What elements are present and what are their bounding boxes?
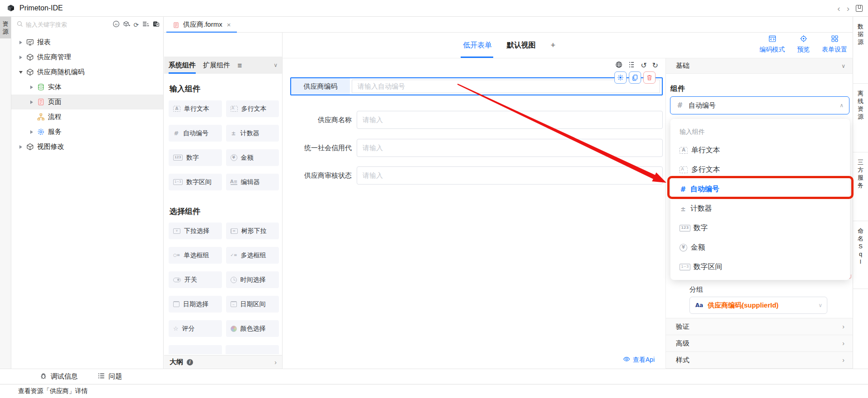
inspector-section-style[interactable]: 样式 › — [666, 351, 853, 369]
dropdown-option[interactable]: 单行文本 — [670, 141, 850, 160]
new-resource-icon[interactable] — [123, 20, 130, 29]
expander-icon[interactable] — [19, 70, 23, 75]
palette-item[interactable]: 编辑器 — [226, 174, 279, 190]
dropdown-option-auto-number[interactable]: 自动编号 — [670, 180, 850, 199]
switch-icon — [173, 278, 181, 282]
field-settings-button[interactable] — [614, 71, 627, 84]
section-label: 基础 — [676, 62, 689, 70]
nav-forward-icon[interactable]: › — [847, 4, 849, 13]
dropdown-option[interactable]: 数字区间 — [670, 257, 850, 277]
form-settings-label: 表单设置 — [822, 46, 847, 54]
inspector-section-basic[interactable]: 基础 ∨ — [666, 58, 853, 74]
palette-item[interactable]: 下拉选择 — [169, 223, 222, 239]
palette-tab-system[interactable]: 系统组件 — [169, 57, 196, 74]
expander-icon[interactable] — [19, 55, 23, 60]
collapse-list-icon[interactable] — [142, 20, 149, 29]
rail-tab-named-sql[interactable]: 命 名 S q l — [853, 221, 868, 289]
tree-item-view-modify[interactable]: 视图修改 — [11, 139, 163, 154]
rail-tab-offline-resources[interactable]: 离 线 资 源 — [853, 84, 868, 152]
palette-item[interactable]: 数字 — [169, 149, 222, 166]
tree-item-reports[interactable]: 报表 — [11, 35, 163, 50]
redo-icon[interactable]: ↻ — [652, 62, 658, 69]
add-view-button[interactable]: + — [551, 41, 556, 50]
view-api-link[interactable]: 查看Api — [623, 355, 655, 364]
inspector-section-validation[interactable]: 验证 › — [666, 318, 853, 335]
tree-item-flow[interactable]: 流程 — [11, 109, 163, 124]
palette-item[interactable]: 颜色选择 — [226, 320, 279, 337]
save-icon[interactable] — [856, 5, 863, 12]
expander-icon[interactable] — [29, 130, 34, 134]
palette-tab-extended[interactable]: 扩展组件 — [203, 57, 230, 74]
search-input[interactable] — [26, 21, 110, 28]
field-copy-button[interactable] — [629, 71, 641, 84]
form-canvas[interactable]: ↺ ↻ 供应商编码 请输入自动编号 供应商名称 请输入 统一社会信用代 请输入 … — [283, 58, 666, 369]
preview-button[interactable]: 预览 — [797, 35, 810, 54]
expander-icon[interactable] — [29, 100, 34, 104]
form-field-supplier-code[interactable]: 供应商编码 请输入自动编号 — [290, 77, 663, 95]
editor-tab-supplier-formx[interactable]: 供应商.formx × — [166, 17, 237, 33]
dropdown-option[interactable]: 数字 — [670, 218, 850, 238]
rail-tab-datasource[interactable]: 数 据 源 — [853, 17, 868, 84]
rail-tab-resources[interactable]: 资 源 — [0, 17, 11, 38]
group-select[interactable]: 供应商编码(supplierId) ∨ — [689, 297, 827, 314]
bottom-panel-bar: 调试信息 问题 — [0, 369, 868, 384]
tree-item-supplier-random-code[interactable]: 供应商随机编码 — [11, 65, 163, 80]
chevron-down-icon[interactable]: ∨ — [274, 62, 278, 68]
palette-item[interactable]: 单选框组 — [169, 247, 222, 264]
refresh-icon[interactable]: ⟳ — [133, 22, 139, 28]
problems-tab[interactable]: 问题 — [98, 372, 122, 381]
tree-item-supplier-mgmt[interactable]: 供应商管理 — [11, 50, 163, 65]
palette-item[interactable]: 日期区间 — [226, 296, 279, 313]
outline-tree-icon[interactable] — [628, 61, 635, 70]
palette-item[interactable]: 自动编号 — [169, 125, 222, 142]
counter-icon — [231, 131, 237, 136]
view-tab-lowcode-form[interactable]: 低开表单 — [463, 41, 492, 50]
field-delete-button[interactable] — [643, 71, 656, 84]
palette-item[interactable]: 金额 — [226, 149, 279, 166]
tree-item-pages[interactable]: 页面 — [11, 95, 163, 109]
form-field-audit-status[interactable]: 供应商审核状态 请输入 — [290, 166, 663, 185]
palette-item[interactable]: 评分 — [169, 320, 222, 337]
component-select[interactable]: 自动编号 ∧ — [670, 96, 849, 114]
form-field-supplier-name[interactable]: 供应商名称 请输入 — [290, 111, 663, 129]
view-tab-default-view[interactable]: 默认视图 — [507, 41, 536, 50]
palette-item[interactable]: 开关 — [169, 271, 222, 288]
palette-item[interactable]: 日期选择 — [169, 296, 222, 313]
locale-docs-icon[interactable] — [152, 20, 160, 29]
field-input[interactable]: 请输入自动编号 — [352, 80, 660, 93]
debug-info-tab[interactable]: 调试信息 — [40, 372, 78, 381]
palette-item[interactable]: 数字区间 — [169, 174, 222, 190]
close-icon[interactable]: × — [227, 21, 231, 28]
rail-tab-third-party-services[interactable]: 三 方 服 务 — [853, 152, 868, 221]
palette-item[interactable]: 单行文本 — [169, 100, 222, 117]
dropdown-option[interactable]: 计数器 — [670, 199, 850, 218]
nav-back-icon[interactable]: ‹ — [837, 4, 840, 13]
undo-icon[interactable]: ↺ — [641, 62, 646, 69]
palette-item[interactable]: 树形下拉 — [226, 223, 279, 239]
active-tab-underline — [461, 57, 493, 58]
expander-icon[interactable] — [29, 85, 34, 90]
tree-item-entity[interactable]: 实体 — [11, 80, 163, 95]
palette-item[interactable]: 计数器 — [226, 125, 279, 142]
palette-menu-icon[interactable]: ≣ — [237, 62, 242, 69]
web-icon[interactable] — [615, 61, 623, 70]
form-field-credit-code[interactable]: 统一社会信用代 请输入 — [290, 139, 663, 157]
palette-item[interactable]: 多行文本 — [226, 100, 279, 117]
dropdown-option[interactable]: 金额 — [670, 238, 850, 257]
ai-icon[interactable]: AI — [113, 20, 120, 29]
field-input[interactable]: 请输入 — [357, 111, 663, 129]
inspector-section-advanced[interactable]: 高级 › — [666, 335, 853, 352]
palette-item[interactable]: 多选框组 — [226, 247, 279, 264]
expander-icon[interactable] — [19, 145, 23, 149]
code-mode-button[interactable]: 编码模式 — [760, 35, 785, 54]
field-input[interactable]: 请输入 — [357, 166, 663, 185]
app-logo-icon — [6, 4, 15, 13]
palette-section-title: 选择组件 — [170, 206, 200, 217]
outline-footer[interactable]: 大纲 i › — [164, 355, 282, 369]
palette-item[interactable]: 时间选择 — [226, 271, 279, 288]
expander-icon[interactable] — [19, 40, 23, 45]
field-input[interactable]: 请输入 — [357, 139, 663, 157]
dropdown-option[interactable]: 多行文本 — [670, 160, 850, 180]
form-settings-button[interactable]: 表单设置 — [822, 35, 847, 54]
tree-item-services[interactable]: 服务 — [11, 124, 163, 139]
